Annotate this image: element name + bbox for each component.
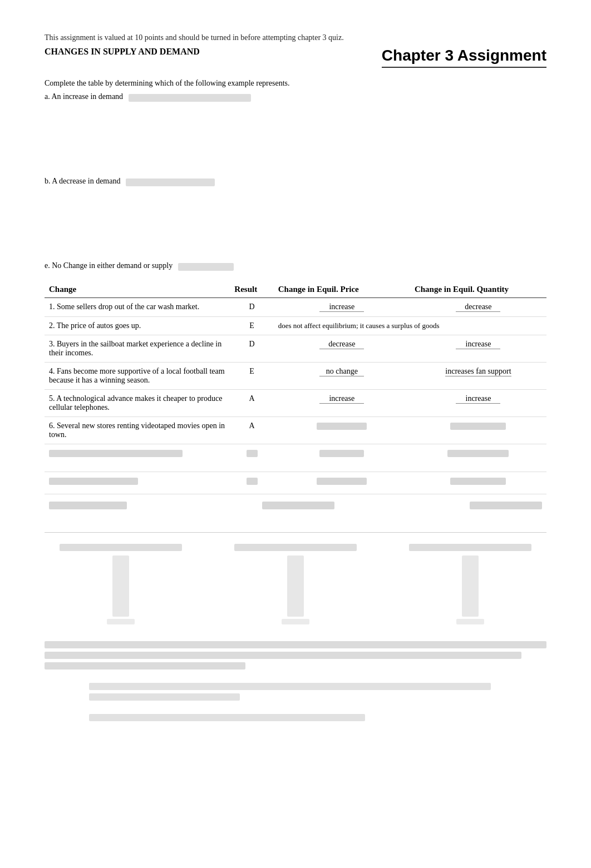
row3-price-value: decrease bbox=[319, 340, 364, 349]
footer-text-block bbox=[45, 641, 546, 669]
row4-price: no change bbox=[274, 363, 410, 390]
bottom-col3-axis bbox=[456, 619, 484, 624]
graph-a-spacer bbox=[45, 106, 546, 172]
row4-result: E bbox=[230, 363, 273, 390]
assignment-title: Chapter 3 Assignment bbox=[382, 47, 546, 68]
row6-price bbox=[274, 417, 410, 444]
row5-quantity: increase bbox=[410, 390, 546, 417]
table-row: 6. Several new stores renting videotaped… bbox=[45, 417, 546, 444]
assignment-title-block: Chapter 3 Assignment bbox=[382, 47, 546, 68]
intro-text: This assignment is valued at 10 points a… bbox=[45, 33, 546, 42]
row2-change: 2. The price of autos goes up. bbox=[45, 317, 230, 335]
sub-label-right-blur bbox=[470, 502, 542, 509]
bottom-col2-axis bbox=[282, 619, 309, 624]
row4-qty-value: increases fan support bbox=[445, 367, 511, 376]
footer-line-1 bbox=[45, 641, 546, 648]
row7-quantity bbox=[410, 444, 546, 472]
sub-label-center-blur bbox=[262, 502, 334, 509]
row1-quantity: decrease bbox=[410, 298, 546, 317]
row1-price-value: increase bbox=[319, 302, 364, 312]
table-row: 1. Some sellers drop out of the car wash… bbox=[45, 298, 546, 317]
bottom-col-1 bbox=[45, 544, 197, 624]
row8-result-blur bbox=[247, 478, 258, 485]
footer2-line-2 bbox=[89, 693, 240, 701]
row3-change: 3. Buyers in the sailboat market experie… bbox=[45, 335, 230, 363]
section-title: CHANGES IN SUPPLY AND DEMAND bbox=[45, 47, 200, 57]
row1-qty-value: decrease bbox=[456, 302, 500, 312]
bottom-col2-graph bbox=[287, 555, 304, 617]
row5-price-value: increase bbox=[319, 394, 364, 404]
row3-qty-value: increase bbox=[456, 340, 500, 349]
sub-item-a-blur bbox=[129, 94, 251, 102]
bottom-col1-axis bbox=[107, 619, 135, 624]
sub-label-center bbox=[262, 500, 334, 510]
table-row bbox=[45, 472, 546, 494]
bottom-section bbox=[45, 532, 546, 624]
header-quantity: Change in Equil. Quantity bbox=[410, 281, 546, 298]
footer-text-block-3 bbox=[45, 714, 546, 721]
footer-line-3 bbox=[45, 662, 245, 669]
bottom-col3-label-blur bbox=[409, 544, 531, 551]
sub-item-b: b. A decrease in demand bbox=[45, 177, 546, 188]
bottom-col2-label-blur bbox=[234, 544, 356, 551]
row6-price-blur bbox=[317, 423, 367, 430]
row8-result bbox=[230, 472, 273, 494]
header-result: Result bbox=[230, 281, 273, 298]
table-row bbox=[45, 444, 546, 472]
row3-result: D bbox=[230, 335, 273, 363]
table-row: 5. A technological advance makes it chea… bbox=[45, 390, 546, 417]
row7-change bbox=[45, 444, 230, 472]
row6-qty-blur bbox=[450, 423, 506, 430]
row7-result bbox=[230, 444, 273, 472]
bottom-graph-row bbox=[45, 544, 546, 624]
footer-line-2 bbox=[45, 652, 521, 659]
sub-item-a: a. An increase in demand bbox=[45, 92, 546, 103]
instructions-block: Complete the table by determining which … bbox=[45, 79, 546, 272]
table-header-row: Change Result Change in Equil. Price Cha… bbox=[45, 281, 546, 298]
title-row: CHANGES IN SUPPLY AND DEMAND Chapter 3 A… bbox=[45, 47, 546, 68]
row7-result-blur bbox=[247, 450, 258, 457]
bottom-col-3 bbox=[394, 544, 546, 624]
page: This assignment is valued at 10 points a… bbox=[0, 0, 591, 868]
sub-item-a-label: a. An increase in demand bbox=[45, 92, 123, 101]
instructions-header: Complete the table by determining which … bbox=[45, 79, 546, 88]
sub-label-row bbox=[45, 500, 546, 510]
row6-quantity bbox=[410, 417, 546, 444]
footer-text-block-2 bbox=[45, 683, 546, 701]
row5-change: 5. A technological advance makes it chea… bbox=[45, 390, 230, 417]
footer3-line-1 bbox=[89, 714, 365, 721]
row4-quantity: increases fan support bbox=[410, 363, 546, 390]
header-price: Change in Equil. Price bbox=[274, 281, 410, 298]
sub-label-right bbox=[470, 500, 542, 510]
sub-label-left bbox=[49, 500, 127, 510]
table-row: 3. Buyers in the sailboat market experie… bbox=[45, 335, 546, 363]
row3-price: decrease bbox=[274, 335, 410, 363]
row1-change: 1. Some sellers drop out of the car wash… bbox=[45, 298, 230, 317]
row5-price: increase bbox=[274, 390, 410, 417]
row6-result: A bbox=[230, 417, 273, 444]
row8-change bbox=[45, 472, 230, 494]
row4-change: 4. Fans become more supportive of a loca… bbox=[45, 363, 230, 390]
row7-price-blur bbox=[319, 450, 364, 457]
row7-change-blur bbox=[49, 450, 183, 457]
bottom-col1-graph bbox=[112, 555, 129, 617]
row8-price bbox=[274, 472, 410, 494]
main-table: Change Result Change in Equil. Price Cha… bbox=[45, 281, 546, 494]
graph-b-spacer bbox=[45, 190, 546, 257]
row8-quantity bbox=[410, 472, 546, 494]
sub-item-b-label: b. A decrease in demand bbox=[45, 177, 120, 186]
row8-change-blur bbox=[49, 478, 138, 485]
section-title-block: CHANGES IN SUPPLY AND DEMAND bbox=[45, 47, 200, 63]
bottom-col3-graph bbox=[462, 555, 479, 617]
table-row: 2. The price of autos goes up. E does no… bbox=[45, 317, 546, 335]
row2-wide-cell: does not affect equilibrium; it causes a… bbox=[274, 317, 546, 335]
sub-item-e-blur bbox=[178, 263, 234, 271]
header-change: Change bbox=[45, 281, 230, 298]
row5-result: A bbox=[230, 390, 273, 417]
row3-quantity: increase bbox=[410, 335, 546, 363]
sub-item-e-label: e. No Change in either demand or supply bbox=[45, 261, 173, 270]
sub-item-e: e. No Change in either demand or supply bbox=[45, 261, 546, 272]
bottom-col1-label-blur bbox=[60, 544, 181, 551]
bottom-col-2 bbox=[219, 544, 372, 624]
intro-section: This assignment is valued at 10 points a… bbox=[45, 33, 546, 42]
